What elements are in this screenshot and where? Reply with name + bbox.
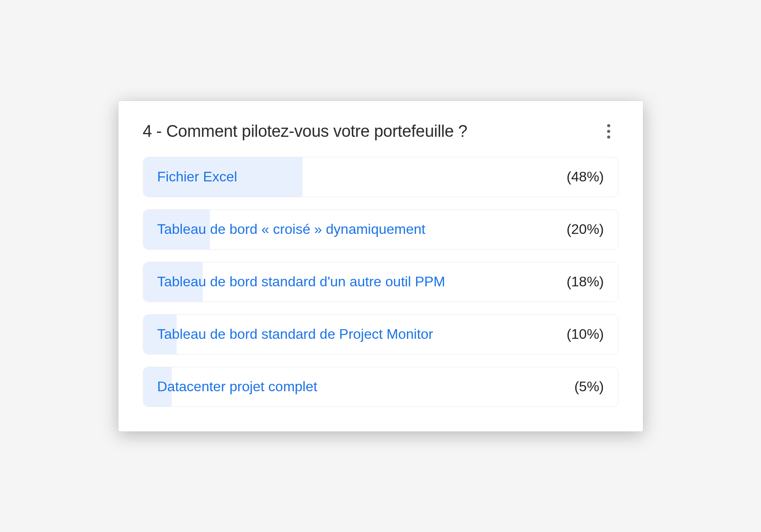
poll-option-percent: (10%) [566, 326, 604, 342]
poll-options: Fichier Excel (48%) Tableau de bord « cr… [143, 157, 619, 407]
poll-card: 4 - Comment pilotez-vous votre portefeui… [118, 101, 643, 431]
poll-option-label: Tableau de bord standard d'un autre outi… [157, 274, 445, 290]
poll-option-percent: (48%) [566, 169, 604, 185]
poll-option-percent: (5%) [574, 379, 604, 395]
poll-option-percent: (18%) [566, 274, 604, 290]
poll-option-label: Tableau de bord standard de Project Moni… [157, 326, 434, 342]
more-vertical-icon [607, 124, 610, 127]
poll-option[interactable]: Datacenter projet complet (5%) [143, 367, 619, 407]
more-options-button[interactable] [599, 122, 619, 141]
poll-option[interactable]: Fichier Excel (48%) [143, 157, 619, 197]
poll-option[interactable]: Tableau de bord « croisé » dynamiquement… [143, 209, 619, 250]
poll-title: 4 - Comment pilotez-vous votre portefeui… [143, 122, 468, 141]
poll-option-label: Fichier Excel [157, 169, 237, 185]
poll-option-percent: (20%) [566, 221, 604, 237]
poll-option-label: Tableau de bord « croisé » dynamiquement [157, 221, 426, 237]
poll-header: 4 - Comment pilotez-vous votre portefeui… [143, 122, 619, 141]
poll-option[interactable]: Tableau de bord standard d'un autre outi… [143, 262, 619, 302]
poll-option-label: Datacenter projet complet [157, 379, 317, 395]
poll-option[interactable]: Tableau de bord standard de Project Moni… [143, 314, 619, 355]
